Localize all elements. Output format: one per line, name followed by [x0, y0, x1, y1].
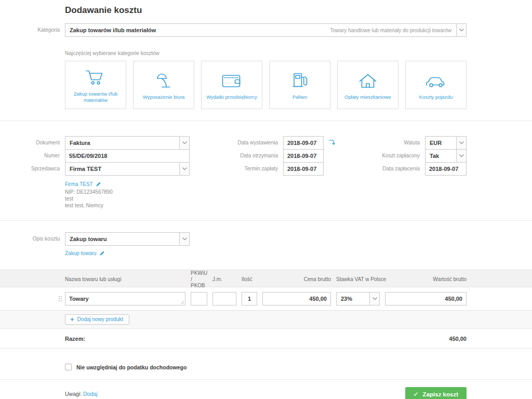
- chevron-down-icon: [456, 137, 466, 149]
- tiles-heading: Najczęściej wybierane kategorie kosztów: [65, 50, 532, 56]
- numer-input[interactable]: [65, 149, 190, 163]
- item-vat-value: 23%: [337, 296, 369, 302]
- seller-address-line2: test test, Niemcy: [65, 202, 190, 209]
- koszt-zaplacony-value: Tak: [425, 153, 456, 159]
- chevron-down-icon: [456, 24, 466, 36]
- dokument-select-value: Faktura: [65, 140, 179, 146]
- wallet-icon: [221, 70, 242, 89]
- tile-label: Wydatki przedsiębiorcy: [203, 94, 260, 100]
- resize-corner-icon[interactable]: [180, 300, 184, 304]
- total-label: Razem:: [65, 336, 85, 342]
- col-header-gross: Wartość brutto: [385, 276, 467, 283]
- category-label: Kategoria: [0, 23, 65, 37]
- category-select-hint: Towary handlowe lub materiały do produkc…: [330, 28, 456, 33]
- fuel-pump-icon: [290, 70, 309, 89]
- save-cost-button[interactable]: ✓ Zapisz koszt: [405, 387, 467, 399]
- sprzedawca-select-value: Firma TEST: [65, 166, 179, 172]
- opis-kosztu-select[interactable]: Zakup towaru: [65, 232, 190, 246]
- add-product-label: Dodaj nowy produkt: [77, 316, 123, 322]
- item-pkwiu-input[interactable]: [191, 292, 207, 305]
- numer-label: Numer: [0, 149, 65, 163]
- tile-koszty-pojazdu[interactable]: Koszty pojazdu: [405, 61, 467, 109]
- data-zaplacenia-input[interactable]: [425, 162, 467, 176]
- opis-edit-link[interactable]: Zakup towaru: [65, 250, 97, 256]
- waluta-select[interactable]: EUR: [425, 136, 467, 150]
- save-cost-label: Zapisz koszt: [423, 391, 458, 397]
- item-row: 23%: [0, 287, 532, 311]
- tile-oplaty-mieszkaniowe[interactable]: Opłaty mieszkaniowe: [337, 61, 398, 109]
- tile-zakup-towarow[interactable]: Zakup towarów i/lub materiałów: [65, 61, 126, 109]
- termin-zaplaty-label: Termin zapłaty: [190, 162, 283, 176]
- category-tiles: Zakup towarów i/lub materiałów Wyposażen…: [65, 61, 532, 109]
- page-title: Dodawanie kosztu: [0, 0, 532, 16]
- data-wystawienia-input[interactable]: [283, 136, 324, 150]
- seller-name-link[interactable]: Firma TEST: [65, 181, 93, 188]
- check-icon: ✓: [414, 391, 419, 398]
- chevron-down-icon: [179, 163, 189, 175]
- opis-kosztu-value: Zakup towaru: [65, 236, 179, 242]
- tile-label: Wyposażenie biura: [140, 94, 188, 100]
- dokument-label: Dokument: [0, 136, 65, 150]
- notes-label: Uwagi:: [65, 391, 82, 397]
- tile-label: Paliwo: [289, 94, 310, 100]
- footer: Uwagi: Dodaj ✓ Zapisz koszt: [0, 380, 532, 399]
- notes-add-link[interactable]: Dodaj: [83, 391, 97, 397]
- desk-lamp-icon: [153, 70, 174, 89]
- sprzedawca-label: Sprzedawca: [0, 162, 65, 176]
- item-qty-input[interactable]: [242, 292, 257, 305]
- col-header-vat: Stawka VAT w Polsce: [336, 276, 380, 283]
- waluta-label: Waluta: [335, 136, 425, 150]
- total-value: 450,00: [449, 336, 467, 342]
- shopping-cart-icon: [85, 66, 106, 86]
- expense-description-section: Opis kosztu Zakup towaru Zakup towaru: [0, 221, 532, 256]
- edit-seller-icon[interactable]: [96, 181, 101, 187]
- category-select[interactable]: Zakup towarów i/lub materiałów Towary ha…: [65, 23, 467, 37]
- add-product-button[interactable]: + Dodaj nowy produkt: [65, 314, 129, 325]
- add-cost-page: Dodawanie kosztu Kategoria Zakup towarów…: [0, 0, 532, 399]
- col-header-price: Cena brutto: [262, 276, 331, 283]
- col-header-name: Nazwa towaru lub usługi: [65, 276, 185, 283]
- chevron-down-icon: [369, 292, 379, 305]
- edit-description-icon[interactable]: [99, 250, 105, 256]
- seller-address-line1: test: [65, 195, 190, 202]
- tile-label: Zakup towarów i/lub materiałów: [65, 91, 126, 104]
- col-header-unit: J.m.: [212, 276, 236, 283]
- item-vat-select[interactable]: 23%: [336, 292, 380, 305]
- category-select-value: Zakup towarów i/lub materiałów: [65, 27, 330, 33]
- chevron-down-icon: [456, 150, 466, 162]
- item-name-input[interactable]: [65, 292, 185, 305]
- house-icon: [357, 70, 378, 89]
- waluta-select-value: EUR: [425, 140, 456, 146]
- plus-icon: +: [70, 317, 74, 322]
- tile-label: Koszty pojazdu: [416, 94, 456, 100]
- tile-label: Opłaty mieszkaniowe: [341, 94, 394, 100]
- koszt-zaplacony-select[interactable]: Tak: [425, 149, 467, 163]
- tile-wyposazenie-biura[interactable]: Wyposażenie biura: [133, 61, 194, 109]
- item-unit-input[interactable]: [212, 292, 236, 305]
- dokument-select[interactable]: Faktura: [65, 136, 190, 150]
- sprzedawca-select[interactable]: Firma TEST: [65, 162, 190, 176]
- document-section: Dokument Faktura Numer Sprzedawca Firma …: [0, 121, 532, 216]
- data-wystawienia-label: Data wystawienia: [190, 136, 283, 150]
- drag-handle-icon[interactable]: [58, 296, 62, 302]
- termin-zaplaty-input[interactable]: [283, 162, 324, 176]
- seller-details: Firma TEST NIP: DE1234567890 test test t…: [65, 181, 190, 216]
- income-tax-checkbox[interactable]: [65, 364, 72, 370]
- income-tax-row: Nie uwzględniaj do podatku dochodowego: [65, 364, 532, 370]
- data-otrzymania-label: Data otrzymania: [190, 149, 283, 163]
- seller-nip: NIP: DE1234567890: [65, 189, 190, 195]
- total-row: Razem: 450,00: [0, 329, 532, 349]
- car-icon: [424, 70, 447, 89]
- copy-date-down-icon[interactable]: [328, 139, 335, 147]
- tile-wydatki-przedsiebiorcy[interactable]: Wydatki przedsiębiorcy: [201, 61, 262, 109]
- col-header-qty: Ilość: [242, 276, 257, 283]
- chevron-down-icon: [179, 233, 189, 245]
- koszt-zaplacony-label: Koszt zapłacony: [335, 149, 425, 163]
- item-gross-input[interactable]: [385, 292, 467, 305]
- opis-kosztu-label: Opis kosztu: [0, 232, 65, 246]
- data-otrzymania-input[interactable]: [283, 149, 324, 163]
- income-tax-label: Nie uwzględniaj do podatku dochodowego: [76, 364, 187, 370]
- tile-paliwo[interactable]: Paliwo: [269, 61, 330, 109]
- item-price-input[interactable]: [262, 292, 331, 305]
- data-zaplacenia-label: Data zapłacenia: [335, 162, 425, 176]
